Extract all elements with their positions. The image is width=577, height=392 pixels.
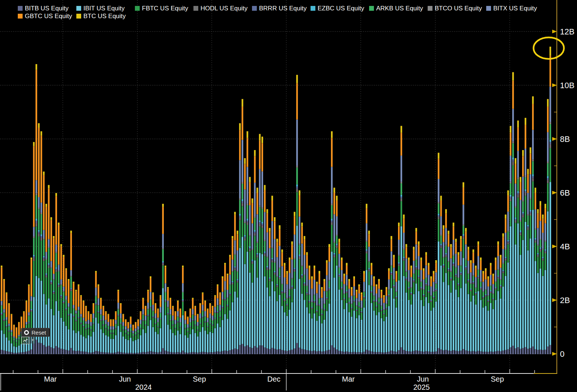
- bar: [361, 292, 363, 354]
- bar: [490, 263, 492, 355]
- legend-item-bitb[interactable]: BITB US Equity: [18, 4, 76, 12]
- bar: [40, 131, 42, 354]
- bar: [395, 271, 397, 354]
- bar: [309, 266, 311, 354]
- bar: [485, 268, 487, 354]
- bar: [13, 325, 15, 354]
- bar: [256, 188, 258, 355]
- legend-item-bitx[interactable]: BITX US Equity: [486, 4, 545, 12]
- bar: [26, 300, 27, 354]
- legend-swatch: [76, 6, 81, 11]
- y-tick-label: 6B: [560, 188, 570, 197]
- bar: [544, 204, 546, 354]
- reset-button[interactable]: Reset: [21, 328, 50, 337]
- legend-swatch: [486, 6, 491, 11]
- bar: [440, 196, 442, 354]
- year-label: 2024: [135, 383, 152, 391]
- legend-item-hodl[interactable]: HODL US Equity: [193, 4, 252, 12]
- bar: [438, 153, 440, 354]
- legend-item-ibit[interactable]: IBIT US Equity: [76, 4, 135, 12]
- bar: [512, 72, 514, 354]
- legend-swatch: [76, 14, 81, 19]
- bar: [418, 242, 420, 355]
- y-tick-arrow-icon: [552, 352, 557, 356]
- bar: [483, 271, 484, 354]
- bar: [142, 298, 144, 354]
- bar: [38, 123, 40, 355]
- bar: [286, 271, 288, 354]
- bar: [540, 201, 541, 354]
- bar: [217, 285, 219, 355]
- bar: [505, 215, 507, 354]
- legend-swatch: [18, 6, 23, 11]
- etf-volume-stacked-bar-chart[interactable]: 02B4B6B8B10B12BMarJunSepDec2024MarJunSep…: [0, 0, 577, 392]
- bar: [145, 306, 147, 355]
- bar: [356, 290, 358, 354]
- bar: [73, 282, 74, 354]
- bar: [338, 239, 340, 354]
- legend-item-fbtc[interactable]: FBTC US Equity: [135, 4, 193, 12]
- bar: [470, 260, 472, 354]
- bar: [207, 309, 209, 354]
- y-tick-arrow-icon: [552, 191, 557, 195]
- bar: [346, 263, 348, 355]
- bar: [468, 247, 470, 354]
- bars-plot-area[interactable]: [1, 47, 551, 354]
- bar: [18, 322, 20, 354]
- bar: [341, 258, 343, 354]
- chart-type-dropdown[interactable]: ▼: [30, 337, 35, 343]
- bar: [299, 190, 301, 354]
- bar: [435, 260, 437, 354]
- bar: [167, 287, 169, 354]
- bar: [425, 252, 427, 355]
- legend-item-gbtc[interactable]: GBTC US Equity: [18, 12, 76, 20]
- bar: [532, 96, 534, 354]
- bar: [314, 266, 315, 354]
- bar: [413, 247, 415, 354]
- bar: [83, 300, 84, 354]
- chart-type-button[interactable]: [21, 337, 30, 344]
- bar: [93, 303, 94, 354]
- bar: [460, 236, 462, 354]
- bar: [95, 271, 97, 354]
- bar: [383, 295, 385, 355]
- bloomberg-volume-chart-page: { "toolbar": { "reset_label": "Reset" },…: [0, 0, 577, 392]
- bar: [550, 47, 551, 354]
- bar: [415, 228, 417, 354]
- bar: [192, 298, 194, 354]
- bar: [398, 223, 400, 354]
- bar: [105, 311, 107, 354]
- bar: [368, 231, 370, 355]
- x-month-label: Mar: [342, 375, 355, 383]
- bar: [244, 158, 246, 354]
- legend-swatch: [193, 6, 198, 11]
- bar: [452, 223, 454, 354]
- bar: [110, 319, 112, 354]
- bar: [242, 99, 243, 354]
- bar: [366, 204, 368, 354]
- bar: [11, 314, 13, 354]
- bar: [157, 309, 159, 354]
- legend-swatch: [311, 6, 315, 11]
- legend-item-arkb[interactable]: ARKB US Equity: [369, 4, 428, 12]
- legend-item-btc[interactable]: BTC US Equity: [76, 12, 135, 20]
- bar: [462, 182, 464, 354]
- x-month-label: Sep: [193, 375, 206, 383]
- bar: [450, 244, 452, 354]
- legend-item-btco[interactable]: BTCO US Equity: [428, 4, 486, 12]
- bar: [405, 244, 407, 354]
- y-tick-arrow-icon: [552, 245, 557, 248]
- bar: [165, 266, 166, 354]
- bar: [284, 263, 286, 355]
- legend-item-ezbc[interactable]: EZBC US Equity: [311, 4, 369, 12]
- bar: [122, 314, 124, 354]
- bar: [477, 242, 479, 355]
- bar: [36, 64, 37, 354]
- x-month-label: Dec: [267, 375, 281, 383]
- reset-button-label: Reset: [31, 329, 46, 336]
- legend-label: GBTC US Equity: [25, 13, 72, 20]
- bar: [204, 300, 206, 354]
- bar: [140, 311, 142, 354]
- bar: [507, 190, 509, 354]
- legend-item-brrr[interactable]: BRRR US Equity: [252, 4, 311, 12]
